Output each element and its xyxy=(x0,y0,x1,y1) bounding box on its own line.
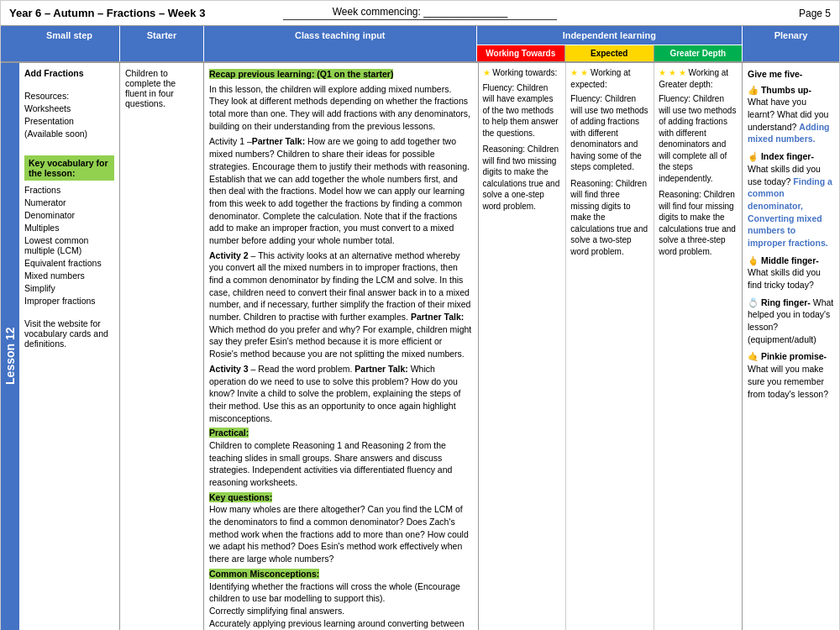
starter-header: Starter xyxy=(120,26,204,61)
pinkie-label: 🤙 Pinkie promise- xyxy=(748,351,827,361)
working-towards-content: ★ Working towards: Fluency: Children wil… xyxy=(479,63,567,630)
visit-text: Visit the website for vocabulary cards a… xyxy=(24,318,114,349)
page-container: Year 6 – Autumn – Fractions – Week 3 Wee… xyxy=(0,0,840,630)
small-step-title: Add Fractions xyxy=(24,68,114,78)
vocab-label: Key vocabulary for the lesson: xyxy=(29,158,108,178)
vocab-numerator: Numerator xyxy=(24,197,114,207)
vocab-fractions: Fractions xyxy=(24,185,114,195)
index-blue2: Converting mixed numbers to improper fra… xyxy=(748,213,828,248)
pinkie-promise: 🤙 Pinkie promise- What will you make sur… xyxy=(748,350,834,400)
vocab-denominator: Denominator xyxy=(24,210,114,220)
week-commencing: Week commencing: _______________ xyxy=(283,6,557,20)
key-questions: Key questions: How many wholes are there… xyxy=(209,491,473,565)
pinkie-text: What will you make sure you remember fro… xyxy=(748,364,828,398)
main-content: Lesson 12 Add Fractions Resources: Works… xyxy=(1,62,839,630)
middle-text: What skills did you find tricky today? xyxy=(748,267,821,290)
expected-header: Expected xyxy=(565,45,654,61)
exp-fluency: Fluency: Children will use two methods o… xyxy=(570,93,649,173)
misconceptions-text: Identifying whether the fractions will c… xyxy=(209,581,465,631)
activity3: Activity 3 – Read the word problem. Part… xyxy=(209,363,473,424)
teaching-header: Class teaching input xyxy=(204,26,477,61)
practical-text: Children to complete Reasoning 1 and Rea… xyxy=(209,440,452,487)
middle-label: 🖕 Middle finger- xyxy=(748,255,819,265)
column-headers-row: Small step Starter Class teaching input … xyxy=(1,26,839,62)
greater-depth-content: ★ ★ ★ Working at Greater depth: Fluency:… xyxy=(654,63,742,630)
page-header: Year 6 – Autumn – Fractions – Week 3 Wee… xyxy=(1,1,839,26)
wt-label: Working towards: xyxy=(492,68,557,77)
independent-col-header: Independent learning Working Towards Exp… xyxy=(477,26,743,61)
gd-reasoning: Reasoning: Children will find four missi… xyxy=(659,189,738,257)
starter-content: Children to complete the fluent in four … xyxy=(120,63,204,630)
vocab-equivalent: Equivalent fractions xyxy=(24,258,114,268)
page-number: Page 5 xyxy=(557,8,831,19)
gd-fluency: Fluency: Children will use two methods o… xyxy=(659,93,738,184)
middle-finger: 🖕 Middle finger- What skills did you fin… xyxy=(748,255,834,291)
greater-depth-header: Greater Depth xyxy=(654,45,743,61)
key-questions-text: How many wholes are there altogether? Ca… xyxy=(209,504,469,564)
wt-star-icon: ★ xyxy=(483,68,491,77)
independent-label: Independent learning xyxy=(477,26,743,45)
teaching-content: Recap previous learning: (Q1 on the star… xyxy=(204,63,479,630)
activity2-bold: Partner Talk: xyxy=(411,312,464,322)
lesson-col-spacer xyxy=(1,26,19,61)
recap-highlight: Recap previous learning: (Q1 on the star… xyxy=(209,69,393,79)
starter-text: Children to complete the fluent in four … xyxy=(125,68,198,108)
activity3-text: – Read the word problem. xyxy=(249,364,353,374)
exp-stars: ★ ★ Working at expected: xyxy=(570,67,649,90)
activity2-label: Activity 2 xyxy=(209,250,249,260)
vocab-box: Key vocabulary for the lesson: xyxy=(24,155,114,181)
teaching-intro: In this lesson, the children will explor… xyxy=(209,83,473,133)
recap-label: Recap previous learning: (Q1 on the star… xyxy=(209,68,473,81)
activity1-bold: Partner Talk: xyxy=(252,136,305,146)
working-towards-header: Working Towards xyxy=(477,45,566,61)
activity3-bold: Partner Talk: xyxy=(354,364,407,374)
ring-finger: 💍 Ring finger- What helped you in today'… xyxy=(748,297,834,346)
vocab-improper: Improper fractions xyxy=(24,296,114,306)
gd-stars: ★ ★ ★ Working at Greater depth: xyxy=(659,67,738,90)
resource-presentation: Presentation xyxy=(24,116,114,126)
gd-star-icon: ★ ★ ★ xyxy=(659,68,686,77)
thumbs-label: 👍 Thumbs up- xyxy=(748,85,811,95)
plenary-intro: Give me five- xyxy=(748,68,834,81)
vocab-mixed: Mixed numbers xyxy=(24,270,114,281)
independent-sub-headers: Working Towards Expected Greater Depth xyxy=(477,45,743,61)
activity3-label: Activity 3 xyxy=(209,364,249,374)
plenary-header: Plenary xyxy=(743,26,839,61)
activity2-text2: Which method do you prefer and why? For … xyxy=(209,324,471,359)
vocab-multiples: Multiples xyxy=(24,223,114,233)
resources-label: Resources: xyxy=(24,91,114,101)
small-step-content: Add Fractions Resources: Worksheets Pres… xyxy=(19,63,120,630)
independent-content: ★ Working towards: Fluency: Children wil… xyxy=(479,63,743,630)
activity1: Activity 1 –Partner Talk: How are we goi… xyxy=(209,135,473,246)
thumbs-up: 👍 Thumbs up- What have you learnt? What … xyxy=(748,84,834,145)
key-questions-label: Key questions: xyxy=(209,492,272,502)
wt-fluency: Fluency: Children will have examples of … xyxy=(483,82,562,139)
exp-star-icon: ★ ★ xyxy=(570,68,588,77)
available-soon: (Available soon) xyxy=(24,129,114,139)
small-step-header: Small step xyxy=(19,26,120,61)
page-title: Year 6 – Autumn – Fractions – Week 3 xyxy=(9,7,283,19)
activity2: Activity 2 – This activity looks at an a… xyxy=(209,249,473,360)
practical: Practical: Children to complete Reasonin… xyxy=(209,427,473,488)
vocab-simplify: Simplify xyxy=(24,283,114,293)
index-label: ☝ Index finger- xyxy=(748,151,814,161)
misconceptions-label: Common Misconceptions: xyxy=(209,569,319,579)
resource-worksheets: Worksheets xyxy=(24,103,114,113)
vocab-lcm: Lowest common multiple (LCM) xyxy=(24,235,114,255)
ring-label: 💍 Ring finger- xyxy=(748,297,811,307)
expected-content: ★ ★ Working at expected: Fluency: Childr… xyxy=(566,63,654,630)
activity1-label: Activity 1 – xyxy=(209,136,252,146)
lesson-number: Lesson 12 xyxy=(1,63,19,630)
plenary-content: Give me five- 👍 Thumbs up- What have you… xyxy=(743,63,839,630)
index-finger: ☝ Index finger- What skills did you use … xyxy=(748,150,834,249)
wt-stars: ★ Working towards: xyxy=(483,67,562,79)
exp-reasoning: Reasoning: Children will find three miss… xyxy=(570,178,649,258)
wt-reasoning: Reasoning: Children will find two missin… xyxy=(483,144,562,212)
misconceptions: Common Misconceptions: Identifying wheth… xyxy=(209,568,473,630)
practical-label: Practical: xyxy=(209,428,249,438)
activity1-text: How are we going to add together two mix… xyxy=(209,136,470,245)
